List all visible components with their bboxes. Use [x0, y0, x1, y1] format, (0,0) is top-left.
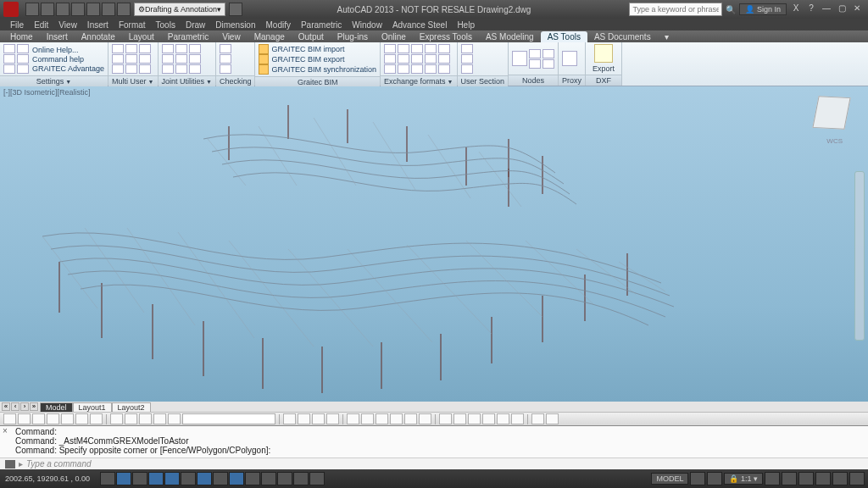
ex-icon[interactable]: [411, 54, 423, 64]
link-bim-sync[interactable]: GRAITEC BIM synchronization: [259, 64, 376, 75]
tool-icon[interactable]: [139, 413, 152, 424]
settings-icon-2[interactable]: [3, 54, 15, 64]
tool-icon[interactable]: [453, 413, 466, 424]
node-icon[interactable]: [542, 59, 554, 69]
node-icon[interactable]: [512, 51, 527, 66]
settings-icon-3[interactable]: [3, 64, 15, 74]
menu-window[interactable]: Window: [352, 20, 382, 30]
node-icon[interactable]: [542, 49, 554, 58]
minimize-icon[interactable]: —: [821, 3, 832, 15]
mu-icon[interactable]: [125, 44, 137, 53]
qat-new-icon[interactable]: [25, 3, 39, 16]
ju-icon[interactable]: [189, 64, 201, 74]
us-icon[interactable]: [461, 64, 473, 74]
ex-icon[interactable]: [438, 64, 450, 74]
model-space-chip[interactable]: MODEL: [651, 473, 688, 485]
panel-label-usersection[interactable]: User Section: [458, 75, 509, 86]
tool-icon[interactable]: [404, 413, 417, 424]
us-icon[interactable]: [461, 54, 473, 64]
ex-icon[interactable]: [425, 64, 437, 74]
ducs-toggle[interactable]: [213, 472, 228, 485]
tool-icon[interactable]: [298, 413, 310, 424]
osnap-toggle[interactable]: [164, 472, 180, 485]
ju-icon[interactable]: [175, 64, 187, 74]
ju-icon[interactable]: [162, 44, 174, 53]
mu-icon[interactable]: [139, 54, 151, 64]
tab-express[interactable]: Express Tools: [413, 31, 479, 42]
ju-icon[interactable]: [162, 54, 174, 64]
menu-draw[interactable]: Draw: [186, 20, 205, 30]
tool-icon[interactable]: [468, 413, 481, 424]
workspace-dropdown[interactable]: ⚙ Drafting & Annotation ▾: [134, 3, 225, 16]
panel-label-checking[interactable]: Checking: [216, 75, 255, 86]
proxy-icon[interactable]: [562, 51, 577, 66]
tab-manage[interactable]: Manage: [248, 31, 292, 42]
ex-icon[interactable]: [398, 54, 409, 64]
tool-icon[interactable]: [546, 413, 559, 424]
menu-edit[interactable]: Edit: [34, 20, 48, 30]
ex-icon[interactable]: [411, 44, 423, 53]
qat-redo-icon[interactable]: [117, 3, 131, 16]
ex-icon[interactable]: [384, 64, 396, 74]
ex-icon[interactable]: [411, 64, 423, 74]
panel-label-exchange[interactable]: Exchange formats▼: [381, 75, 456, 86]
search-input[interactable]: [629, 3, 722, 16]
layout-tab-model[interactable]: Model: [40, 402, 73, 412]
menu-parametric[interactable]: Parametric: [301, 20, 342, 30]
nav-next-icon[interactable]: ›: [20, 402, 29, 411]
qat-save-icon[interactable]: [56, 3, 70, 16]
panel-label-nodes[interactable]: Nodes: [509, 75, 558, 86]
link-online-help[interactable]: Online Help...: [32, 46, 104, 54]
settings-icon-5[interactable]: [17, 54, 29, 64]
chk-icon[interactable]: [220, 64, 231, 74]
menu-format[interactable]: Format: [119, 20, 146, 30]
layout-tab-layout1[interactable]: Layout1: [73, 402, 112, 412]
wcs-label[interactable]: WCS: [826, 137, 843, 145]
tool-icon[interactable]: [347, 413, 359, 424]
ex-icon[interactable]: [425, 44, 437, 53]
status-icon[interactable]: [815, 472, 831, 485]
snap-toggle[interactable]: [100, 472, 115, 485]
mu-icon[interactable]: [112, 44, 124, 53]
ex-icon[interactable]: [398, 64, 409, 74]
close-icon[interactable]: ✕: [851, 3, 863, 15]
tool-icon[interactable]: [47, 413, 59, 424]
polar-toggle[interactable]: [148, 472, 164, 485]
status-icon[interactable]: [782, 472, 797, 485]
ortho-toggle[interactable]: [132, 472, 147, 485]
us-icon[interactable]: [461, 44, 473, 53]
tab-output[interactable]: Output: [292, 31, 331, 42]
cmd-close-icon[interactable]: ×: [0, 426, 10, 436]
tool-icon[interactable]: [61, 413, 74, 424]
command-window[interactable]: × Command: Command: _AstM4CommGREXModelT…: [0, 425, 868, 458]
panel-label-dxf[interactable]: DXF: [586, 75, 621, 86]
qp-toggle[interactable]: [277, 472, 292, 485]
tool-icon[interactable]: [18, 413, 31, 424]
tool-icon[interactable]: [390, 413, 403, 424]
tool-icon[interactable]: [32, 413, 45, 424]
tool-icon[interactable]: [531, 413, 544, 424]
link-bim-import[interactable]: GRAITEC BIM import: [259, 44, 376, 54]
lwt-toggle[interactable]: [245, 472, 260, 485]
tab-view[interactable]: View: [215, 31, 248, 42]
tool-icon[interactable]: [439, 413, 452, 424]
help-icon[interactable]: ?: [805, 3, 817, 15]
osnap3d-toggle[interactable]: [181, 472, 196, 485]
ribbon-minimize-icon[interactable]: ▾: [658, 31, 676, 42]
mu-icon[interactable]: [125, 54, 137, 64]
drawing-viewport[interactable]: [-][3D Isometric][Realistic] WCS: [0, 86, 868, 402]
coordinate-display[interactable]: 2002.65, 19290.61 , 0.00: [0, 474, 95, 483]
tool-icon[interactable]: [419, 413, 431, 424]
otrack-toggle[interactable]: [197, 472, 212, 485]
tpy-toggle[interactable]: [261, 472, 276, 485]
ex-icon[interactable]: [438, 54, 450, 64]
tab-plugins[interactable]: Plug-ins: [331, 31, 375, 42]
export-button[interactable]: Export: [589, 44, 618, 73]
tab-as-tools[interactable]: AS Tools: [541, 31, 587, 42]
menu-modify[interactable]: Modify: [266, 20, 291, 30]
exchange-icon[interactable]: X: [790, 3, 802, 15]
tool-icon[interactable]: [153, 413, 166, 424]
nav-bar[interactable]: [854, 171, 865, 341]
tool-icon[interactable]: [75, 413, 88, 424]
node-icon[interactable]: [529, 49, 541, 58]
